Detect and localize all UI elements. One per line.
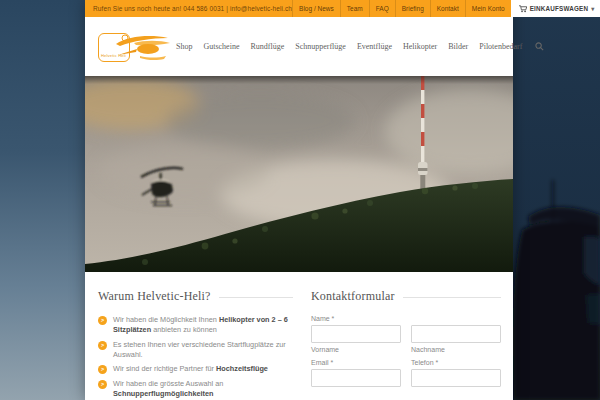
topbar-link-faq[interactable]: FAQ [369, 0, 395, 17]
nav-item-gutscheine[interactable]: Gutscheine [203, 42, 239, 51]
nav-item-shop[interactable]: Shop [176, 42, 192, 51]
list-item: > Wir haben die grösste Auswahl an Schnu… [98, 379, 293, 399]
why-title: Warum Helvetic-Heli? [98, 289, 211, 304]
background-helicopter-silhouette [500, 175, 600, 400]
email-input[interactable] [311, 369, 401, 387]
contact-info: Rufen Sie uns noch heute an! 044 586 003… [93, 5, 292, 12]
cart-button[interactable]: EINKAUFSWAGEN ▾ [511, 0, 600, 17]
nav-item-pilotenbedarf[interactable]: Pilotenbedarf [479, 42, 522, 51]
hero-image [85, 76, 513, 272]
topbar-link-blog[interactable]: Blog / News [292, 0, 340, 17]
topbar-link-team[interactable]: Team [340, 0, 369, 17]
list-item: > Wir haben die Möglichkeit Ihnen Heliko… [98, 315, 293, 335]
site-logo[interactable]: Helvetic Heli [98, 26, 176, 68]
why-heading: Warum Helvetic-Heli? [98, 289, 293, 304]
nachname-sublabel: Nachname [411, 346, 501, 353]
nav-item-eventfluege[interactable]: Eventflüge [357, 42, 392, 51]
logo-helicopter-icon [110, 28, 174, 66]
nav-menu: Shop Gutscheine Rundflüge Schnupperflüge… [176, 42, 544, 51]
cart-button-label: EINKAUFSWAGEN [530, 5, 589, 12]
page-container: Rufen Sie uns noch heute an! 044 586 003… [85, 0, 513, 400]
arrow-circle-icon: > [98, 380, 107, 389]
nav-item-rundfluege[interactable]: Rundflüge [250, 42, 284, 51]
telefon-input[interactable] [411, 369, 501, 387]
nachname-input[interactable] [411, 325, 501, 343]
list-item: > Es stehen Ihnen vier verschiedene Star… [98, 340, 293, 360]
hero-top-shadow [85, 76, 513, 84]
contact-form-heading: Kontaktformular [311, 289, 501, 304]
arrow-circle-icon: > [98, 316, 107, 325]
why-section: Warum Helvetic-Heli? > Wir haben die Mög… [98, 289, 293, 400]
topbar-link-mein-konto[interactable]: Mein Konto [465, 0, 511, 17]
vorname-input[interactable] [311, 325, 401, 343]
telefon-label: Telefon * [411, 359, 501, 366]
top-bar-links: Blog / News Team FAQ Briefing Kontakt Me… [292, 0, 600, 17]
chevron-down-icon: ▾ [591, 5, 594, 12]
nav-item-schnupperfluege[interactable]: Schnupperflüge [295, 42, 346, 51]
topbar-link-briefing[interactable]: Briefing [395, 0, 430, 17]
top-bar: Rufen Sie uns noch heute an! 044 586 003… [85, 0, 513, 17]
contact-form-title: Kontaktformular [311, 289, 395, 304]
email-label: Email * [311, 359, 401, 366]
contact-form-section: Kontaktformular Name * Vorname Nachname … [311, 289, 501, 400]
arrow-circle-icon: > [98, 341, 107, 350]
vorname-sublabel: Vorname [311, 346, 401, 353]
name-label: Name * [311, 315, 501, 322]
search-icon[interactable] [535, 42, 544, 51]
nav-item-helikopter[interactable]: Helikopter [403, 42, 437, 51]
nav-item-bilder[interactable]: Bilder [448, 42, 468, 51]
list-item: > Wir sind der richtige Partner für Hoch… [98, 364, 293, 374]
why-list: > Wir haben die Möglichkeit Ihnen Heliko… [98, 315, 293, 400]
content-section: Warum Helvetic-Heli? > Wir haben die Mög… [85, 272, 513, 400]
arrow-circle-icon: > [98, 365, 107, 374]
topbar-link-kontakt[interactable]: Kontakt [430, 0, 465, 17]
main-navigation: Helvetic Heli Shop Gutscheine Rundflüge … [85, 17, 513, 76]
heading-rule [403, 297, 501, 298]
cart-icon [519, 5, 527, 13]
heading-rule [219, 297, 293, 298]
